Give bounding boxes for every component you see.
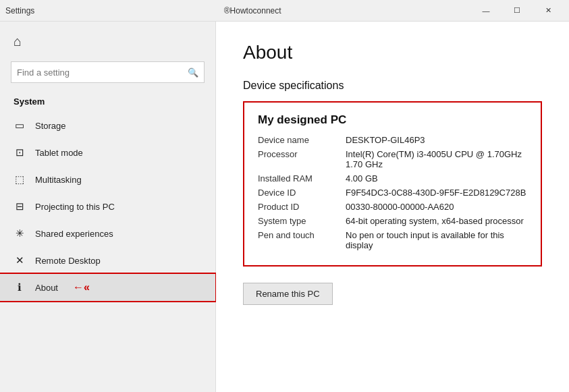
sidebar-item-multitasking-label: Multitasking <box>35 175 82 185</box>
spec-label-ram: Installed RAM <box>258 173 346 184</box>
title-bar: Settings ®Howtoconnect — ☐ ✕ <box>0 0 569 22</box>
spec-value-pen-touch: No pen or touch input is available for t… <box>346 230 527 250</box>
sidebar-item-shared-label: Shared experiences <box>35 229 113 239</box>
sidebar-item-shared[interactable]: ✳ Shared experiences <box>0 220 215 247</box>
spec-value-device-name: DESKTOP-GIL46P3 <box>346 135 527 145</box>
spec-row-device-name: Device name DESKTOP-GIL46P3 <box>258 135 527 145</box>
main-container: ⌂ 🔍 System ▭ Storage ⊡ Tablet mode ⬚ Mul… <box>0 22 569 392</box>
sidebar-item-about[interactable]: ℹ About ←« <box>0 274 215 301</box>
sidebar-item-storage-label: Storage <box>35 121 66 131</box>
spec-label-device-name: Device name <box>258 135 346 145</box>
spec-row-pen-touch: Pen and touch No pen or touch input is a… <box>258 230 527 250</box>
maximize-button[interactable]: ☐ <box>502 0 533 22</box>
spec-value-ram: 4.00 GB <box>346 173 527 184</box>
spec-label-pen-touch: Pen and touch <box>258 230 346 250</box>
sidebar-item-remote-label: Remote Desktop <box>35 256 101 266</box>
sidebar-item-projecting-label: Projecting to this PC <box>35 202 115 212</box>
storage-icon: ▭ <box>13 119 26 132</box>
close-button[interactable]: ✕ <box>533 0 564 22</box>
sidebar-home-icon[interactable]: ⌂ <box>0 22 215 56</box>
content-area: About Device specifications My designed … <box>216 22 569 392</box>
page-title: About <box>243 42 542 63</box>
section-title: Device specifications <box>243 80 542 92</box>
title-bar-controls: — ☐ ✕ <box>470 0 564 22</box>
device-name: My designed PC <box>258 113 527 127</box>
sidebar-item-multitasking[interactable]: ⬚ Multitasking <box>0 166 215 193</box>
spec-label-processor: Processor <box>258 149 346 169</box>
shared-icon: ✳ <box>13 227 26 240</box>
spec-row-device-id: Device ID F9F54DC3-0C88-430D-9F5F-E2D812… <box>258 188 527 198</box>
spec-row-processor: Processor Intel(R) Core(TM) i3-4005U CPU… <box>258 149 527 169</box>
sidebar-item-storage[interactable]: ▭ Storage <box>0 112 215 139</box>
spec-label-device-id: Device ID <box>258 188 346 198</box>
search-box[interactable]: 🔍 <box>11 61 205 83</box>
spec-row-ram: Installed RAM 4.00 GB <box>258 173 527 184</box>
sidebar-item-about-label: About <box>35 283 58 293</box>
search-icon: 🔍 <box>188 67 198 78</box>
remote-desktop-icon: ✕ <box>13 254 26 267</box>
spec-value-system-type: 64-bit operating system, x64-based proce… <box>346 216 527 226</box>
multitasking-icon: ⬚ <box>13 173 26 186</box>
search-input[interactable] <box>17 67 188 78</box>
spec-value-product-id: 00330-80000-00000-AA620 <box>346 202 527 212</box>
spec-row-system-type: System type 64-bit operating system, x64… <box>258 216 527 226</box>
minimize-button[interactable]: — <box>470 0 502 22</box>
device-specifications-box: My designed PC Device name DESKTOP-GIL46… <box>243 101 542 267</box>
about-arrow: ←« <box>73 281 90 293</box>
spec-label-product-id: Product ID <box>258 202 346 212</box>
sidebar: ⌂ 🔍 System ▭ Storage ⊡ Tablet mode ⬚ Mul… <box>0 22 216 392</box>
title-bar-center-label: ®Howtoconnect <box>224 6 281 16</box>
spec-label-system-type: System type <box>258 216 346 226</box>
spec-value-processor: Intel(R) Core(TM) i3-4005U CPU @ 1.70GHz… <box>346 149 527 169</box>
sidebar-section-label: System <box>0 92 215 112</box>
tablet-mode-icon: ⊡ <box>13 146 26 159</box>
sidebar-item-projecting[interactable]: ⊟ Projecting to this PC <box>0 193 215 220</box>
sidebar-item-tablet-mode[interactable]: ⊡ Tablet mode <box>0 139 215 166</box>
about-icon: ℹ <box>13 281 26 293</box>
spec-row-product-id: Product ID 00330-80000-00000-AA620 <box>258 202 527 212</box>
spec-value-device-id: F9F54DC3-0C88-430D-9F5F-E2D8129C728B <box>346 188 527 198</box>
sidebar-item-tablet-label: Tablet mode <box>35 148 83 158</box>
rename-pc-button[interactable]: Rename this PC <box>243 283 333 305</box>
title-bar-left-label: Settings <box>5 6 34 16</box>
sidebar-item-remote-desktop[interactable]: ✕ Remote Desktop <box>0 247 215 274</box>
projecting-icon: ⊟ <box>13 200 26 213</box>
